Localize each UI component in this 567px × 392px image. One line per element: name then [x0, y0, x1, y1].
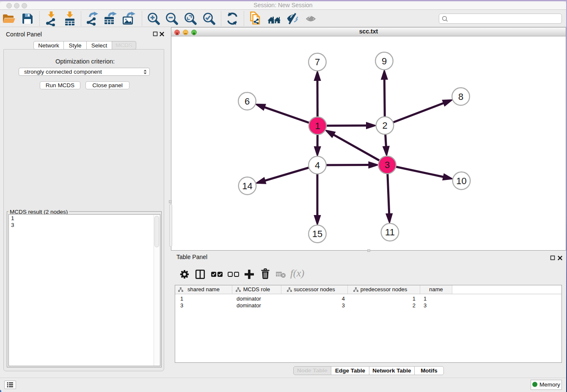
svg-text:1: 1	[315, 121, 320, 131]
svg-text:8: 8	[458, 91, 463, 102]
svg-text:7: 7	[315, 57, 320, 67]
svg-text:11: 11	[385, 227, 395, 237]
svg-text:10: 10	[456, 176, 466, 186]
svg-text:4: 4	[315, 160, 320, 171]
svg-text:9: 9	[382, 56, 387, 66]
svg-text:6: 6	[245, 96, 250, 107]
svg-text:3: 3	[385, 160, 390, 170]
svg-text:14: 14	[242, 181, 252, 191]
svg-text:15: 15	[312, 229, 322, 239]
svg-text:2: 2	[382, 120, 387, 131]
